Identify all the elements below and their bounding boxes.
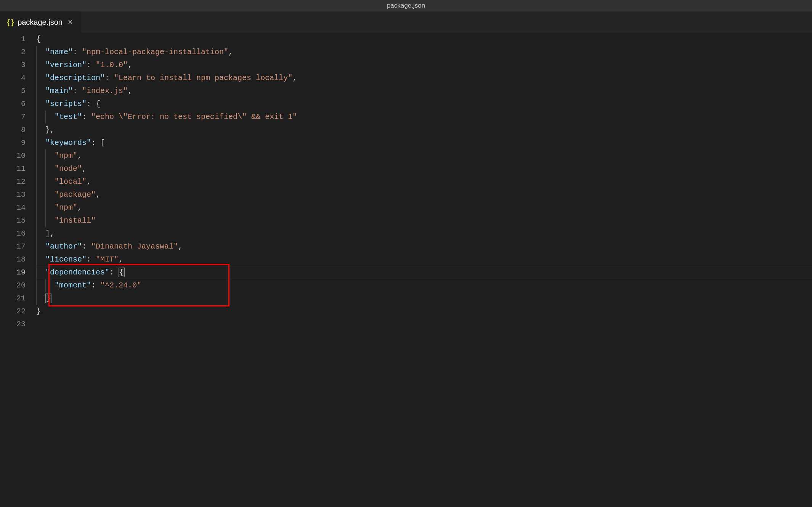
token-brace: { [36,35,41,43]
token-punct: : [82,112,91,121]
token-punct: : [73,48,82,56]
token-str: "node" [55,164,82,173]
line-number: 17 [0,240,26,253]
token-str: "install" [55,216,96,225]
token-punct: , [228,48,233,56]
json-file-icon: { } [7,18,14,27]
line-number: 15 [0,214,26,227]
line-number-gutter: 1234567891011121314151617181920212223 [0,33,36,331]
token-brace: } [45,125,50,134]
code-line[interactable]: "dependencies": { [36,266,812,279]
token-key: "dependencies" [45,268,109,277]
token-str: "^2.24.0" [100,281,141,290]
code-line[interactable] [36,318,812,331]
line-number: 7 [0,111,26,124]
code-line[interactable]: "npm", [36,201,812,214]
code-line[interactable]: "local", [36,175,812,188]
line-number: 20 [0,279,26,292]
code-line[interactable]: ], [36,227,812,240]
token-str: "Dinanath Jayaswal" [91,242,178,251]
window-title: package.json [387,2,425,10]
code-line[interactable]: "version": "1.0.0", [36,59,812,72]
line-number: 22 [0,305,26,318]
token-punct: : [109,268,119,277]
token-punct: , [119,255,123,264]
line-number: 23 [0,318,26,331]
line-number: 18 [0,253,26,266]
code-line[interactable]: } [36,305,812,318]
token-key: "main" [45,87,73,95]
close-icon[interactable]: × [66,17,74,27]
token-brace: [ [100,138,105,147]
token-punct: , [128,87,132,95]
code-line[interactable]: "package", [36,188,812,201]
token-key: "test" [55,112,82,121]
line-number: 12 [0,175,26,188]
code-line[interactable]: "license": "MIT", [36,253,812,266]
line-number: 8 [0,124,26,136]
line-number: 21 [0,292,26,305]
token-str: "package" [55,190,96,199]
code-line[interactable]: "node", [36,162,812,175]
line-number: 13 [0,188,26,201]
code-line[interactable]: "moment": "^2.24.0" [36,279,812,292]
token-punct: , [96,190,100,199]
token-punct: , [87,177,91,186]
token-key: "moment" [55,281,91,290]
code-line[interactable]: "main": "index.js", [36,85,812,98]
token-str: "npm" [55,203,77,212]
token-str: "index.js" [82,87,128,95]
token-punct: , [50,229,55,238]
code-line[interactable]: } [36,292,812,305]
window-title-bar: package.json [0,0,812,11]
token-key: "license" [45,255,87,264]
token-brace: ] [45,229,50,238]
token-brace: } [36,307,41,316]
code-editor[interactable]: 1234567891011121314151617181920212223 { … [0,33,812,331]
line-number: 4 [0,72,26,85]
token-str: "MIT" [96,255,119,264]
code-line[interactable]: "scripts": { [36,98,812,111]
code-line[interactable]: "npm", [36,149,812,162]
token-brace: { [119,268,125,277]
line-number: 10 [0,149,26,162]
token-punct: , [77,203,82,212]
code-line[interactable]: "description": "Learn to install npm pac… [36,72,812,85]
code-line[interactable]: "keywords": [ [36,136,812,149]
token-key: "keywords" [45,138,91,147]
line-number: 3 [0,59,26,72]
token-punct: , [128,61,132,69]
line-number: 2 [0,46,26,59]
token-key: "description" [45,74,105,82]
token-str: "npm" [55,151,77,160]
code-line[interactable]: }, [36,124,812,136]
token-str: "1.0.0" [96,61,128,69]
token-punct: : [82,242,91,251]
token-punct: , [50,125,55,134]
code-line[interactable]: "author": "Dinanath Jayaswal", [36,240,812,253]
line-number: 19 [0,266,26,279]
code-area[interactable]: { "name": "npm-local-package-installatio… [36,33,812,331]
line-number: 16 [0,227,26,240]
token-punct: , [82,164,87,173]
code-line[interactable]: "test": "echo \"Error: no test specified… [36,111,812,124]
token-punct: : [91,138,100,147]
tab-package-json[interactable]: { } package.json × [0,11,81,33]
code-line[interactable]: "name": "npm-local-package-installation"… [36,46,812,59]
line-number: 6 [0,98,26,111]
editor-tabs: { } package.json × [0,11,812,33]
token-punct: : [105,74,114,82]
tab-label: package.json [18,18,63,27]
line-number: 1 [0,33,26,46]
token-punct: : [87,255,96,264]
code-line[interactable]: "install" [36,214,812,227]
token-punct: , [292,74,297,82]
token-punct: : [87,99,96,108]
token-key: "scripts" [45,99,87,108]
token-str: "Learn to install npm packages locally" [114,74,292,82]
token-key: "name" [45,48,73,56]
line-number: 5 [0,85,26,98]
code-line[interactable]: { [36,33,812,46]
token-str: "npm-local-package-installation" [82,48,228,56]
token-punct: : [73,87,82,95]
